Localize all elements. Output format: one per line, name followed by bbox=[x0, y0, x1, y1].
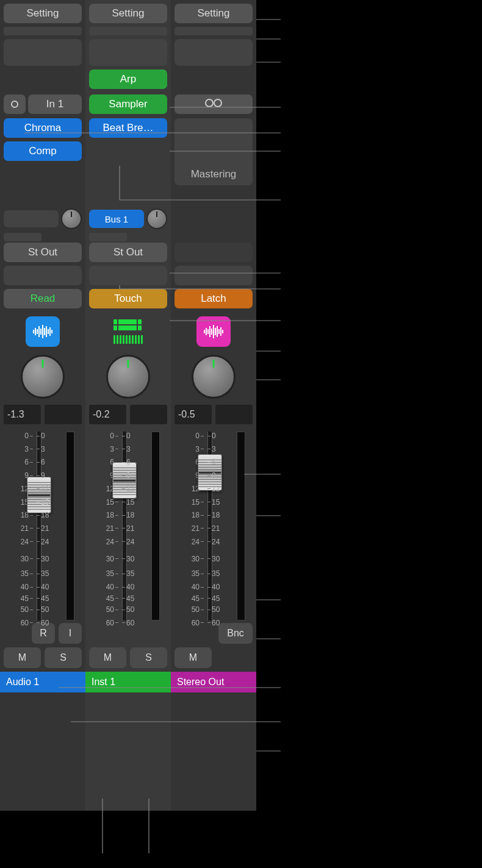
level-meter bbox=[66, 432, 74, 621]
fader-scale-tick: 24 bbox=[192, 538, 204, 546]
svg-point-0 bbox=[12, 101, 18, 107]
track-icon[interactable] bbox=[174, 316, 253, 347]
fader-scale-tick: 24 bbox=[122, 538, 134, 546]
fader-scale-tick: 21 bbox=[106, 524, 118, 533]
fader-scale-tick: 30 bbox=[37, 555, 49, 563]
fader-scale-tick: 15 bbox=[207, 498, 220, 507]
fader-scale-tick: 35 bbox=[122, 569, 134, 578]
fader-scale-tick: 30 bbox=[207, 555, 220, 563]
pan-knob[interactable] bbox=[21, 355, 65, 399]
fader-scale-tick: 45 bbox=[37, 594, 49, 603]
fader-scale-tick: 21 bbox=[122, 524, 134, 533]
track-name[interactable]: Inst 1 bbox=[85, 672, 171, 692]
fader-scale-tick: 9 bbox=[122, 471, 131, 480]
fader-scale-tick: 0 bbox=[195, 432, 204, 440]
channel-strip: SettingArpSamplerBeat Bre…Bus 1St OutTou… bbox=[85, 0, 171, 811]
automation-mode-button[interactable]: Read bbox=[4, 289, 82, 308]
solo-button[interactable]: S bbox=[45, 647, 82, 668]
setting-button[interactable]: Setting bbox=[89, 4, 167, 23]
mastering-slot[interactable]: Mastering bbox=[174, 118, 253, 185]
track-icon[interactable] bbox=[4, 316, 82, 347]
send-slot[interactable] bbox=[4, 210, 59, 227]
fader-scale-tick: 24 bbox=[106, 538, 118, 546]
fader-scale-tick: 35 bbox=[192, 569, 204, 578]
mute-button[interactable]: M bbox=[89, 647, 126, 668]
pan-knob[interactable] bbox=[106, 355, 150, 399]
sends-area: Bus 1 bbox=[89, 208, 167, 243]
fader-scale-tick: 0 bbox=[207, 432, 216, 440]
eq-thumbnail-slot[interactable] bbox=[89, 27, 167, 35]
send-slot[interactable]: Bus 1 bbox=[89, 210, 144, 228]
mute-button[interactable]: M bbox=[174, 647, 212, 668]
send-level-knob[interactable] bbox=[61, 208, 82, 229]
level-display[interactable]: -0.2 bbox=[89, 405, 126, 424]
level-display[interactable]: -0.5 bbox=[174, 405, 212, 424]
fader-scale-tick: 40 bbox=[207, 583, 220, 591]
fader-area: 0369121518212430354045506003691215182124… bbox=[174, 432, 253, 621]
eq-thumbnail-slot[interactable] bbox=[174, 27, 253, 35]
midi-fx-area: Arp bbox=[89, 69, 167, 94]
fader-scale-tick: 6 bbox=[24, 458, 33, 466]
fader-scale-tick: 18 bbox=[192, 511, 204, 519]
pan-knob[interactable] bbox=[192, 355, 236, 399]
eq-slot[interactable] bbox=[89, 39, 167, 66]
fader-scale-tick: 45 bbox=[21, 594, 33, 603]
output-slot[interactable]: St Out bbox=[4, 243, 82, 262]
audio-fx-area: Beat Bre… bbox=[89, 118, 167, 208]
fader-scale-tick: 60 bbox=[37, 619, 49, 627]
midi-fx-slot[interactable]: Arp bbox=[89, 69, 167, 89]
setting-button[interactable]: Setting bbox=[174, 4, 253, 23]
audio-fx-slot[interactable]: Chroma bbox=[4, 118, 82, 138]
track-icon[interactable] bbox=[89, 316, 167, 347]
peak-display[interactable] bbox=[45, 405, 82, 424]
eq-slot[interactable] bbox=[174, 39, 253, 66]
eq-slot[interactable] bbox=[4, 39, 82, 66]
eq-thumbnail-slot[interactable] bbox=[4, 27, 82, 35]
track-name[interactable]: Stereo Out bbox=[171, 672, 256, 692]
output-slot[interactable]: St Out bbox=[89, 243, 167, 262]
send-level-knob[interactable] bbox=[146, 208, 167, 229]
stereo-link-icon bbox=[203, 98, 224, 112]
group-slot[interactable] bbox=[4, 266, 82, 285]
fader-scale-tick: 21 bbox=[21, 524, 33, 533]
group-slot[interactable] bbox=[89, 266, 167, 285]
fader-scale-tick: 6 bbox=[207, 458, 216, 466]
solo-button[interactable]: S bbox=[130, 647, 167, 668]
automation-mode-button[interactable]: Latch bbox=[174, 289, 253, 308]
fader-scale-tick: 45 bbox=[106, 594, 118, 603]
level-display[interactable]: -1.3 bbox=[4, 405, 41, 424]
peak-display[interactable] bbox=[215, 405, 253, 424]
input-slot[interactable]: In 1 bbox=[28, 94, 82, 114]
send-slot-empty[interactable] bbox=[89, 233, 127, 241]
fader-area: 0369121518212430354045506003691215182124… bbox=[89, 432, 167, 621]
svg-point-2 bbox=[214, 99, 221, 107]
input-monitor-button[interactable]: I bbox=[59, 623, 82, 644]
fader-area: 0369121518212430354045506003691215182124… bbox=[4, 432, 82, 621]
audio-fx-slot[interactable]: Comp bbox=[4, 141, 82, 161]
fader-scale-tick: 35 bbox=[37, 569, 49, 578]
input-format-button[interactable] bbox=[4, 94, 26, 114]
peak-display[interactable] bbox=[130, 405, 167, 424]
track-name[interactable]: Audio 1 bbox=[0, 672, 85, 692]
stereo-link-button[interactable] bbox=[174, 94, 253, 114]
bounce-button[interactable]: Bnc bbox=[218, 623, 253, 644]
automation-mode-button[interactable]: Touch bbox=[89, 289, 167, 308]
setting-button[interactable]: Setting bbox=[4, 4, 82, 23]
fader-scale-tick: 6 bbox=[37, 458, 45, 466]
fader-scale-tick: 35 bbox=[106, 569, 118, 578]
fader-scale-tick: 40 bbox=[21, 583, 33, 591]
send-slot-empty[interactable] bbox=[4, 233, 41, 241]
fader-scale-tick: 15 bbox=[106, 498, 118, 507]
fader-scale-tick: 3 bbox=[207, 445, 216, 454]
mute-button[interactable]: M bbox=[4, 647, 41, 668]
fader-scale-tick: 30 bbox=[122, 555, 134, 563]
fader-scale-tick: 40 bbox=[192, 583, 204, 591]
fader-scale-tick: 21 bbox=[37, 524, 49, 533]
fader-scale-tick: 35 bbox=[207, 569, 220, 578]
instrument-slot[interactable]: Sampler bbox=[89, 94, 167, 114]
fader-scale-tick: 30 bbox=[21, 555, 33, 563]
group-slot[interactable] bbox=[174, 266, 253, 285]
output-slot[interactable] bbox=[174, 243, 253, 262]
audio-fx-slot[interactable]: Beat Bre… bbox=[89, 118, 167, 138]
fader-scale-tick: 21 bbox=[192, 524, 204, 533]
